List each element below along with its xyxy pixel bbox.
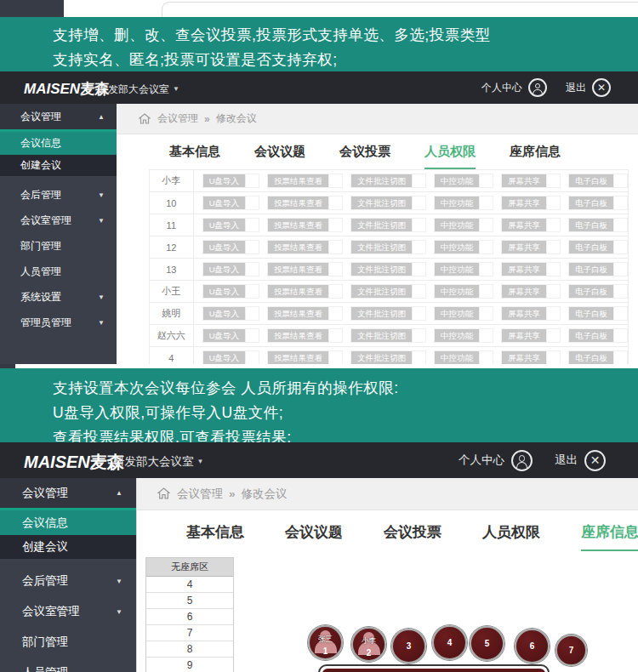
permission-button-vote-result-view[interactable]: 投票结果查看 bbox=[268, 241, 328, 253]
permission-checkbox-e-whiteboard[interactable] bbox=[613, 329, 627, 342]
sidebar-item-create-meeting[interactable]: 创建会议 bbox=[0, 535, 136, 559]
permission-button-screen-share[interactable]: 屏幕共享 bbox=[502, 263, 546, 276]
permission-button-e-whiteboard[interactable]: 电子白板 bbox=[569, 174, 613, 187]
tab-basic-info[interactable]: 基本信息 bbox=[169, 144, 220, 169]
permission-checkbox-vote-result-view[interactable] bbox=[328, 351, 342, 364]
permission-checkbox-usb-import[interactable] bbox=[245, 174, 259, 187]
permission-checkbox-e-whiteboard[interactable] bbox=[613, 263, 627, 276]
no-seat-row[interactable]: 9 bbox=[146, 658, 233, 672]
user-icon[interactable] bbox=[511, 450, 533, 471]
permission-button-central-control[interactable]: 中控功能 bbox=[435, 307, 479, 320]
permission-checkbox-vote-result-view[interactable] bbox=[328, 329, 342, 342]
permission-button-file-annotation-capture[interactable]: 文件批注切图 bbox=[351, 307, 412, 320]
permission-button-file-annotation-capture[interactable]: 文件批注切图 bbox=[351, 196, 412, 209]
permission-checkbox-screen-share[interactable] bbox=[546, 174, 560, 187]
seat-3[interactable]: 3 bbox=[391, 629, 426, 663]
permission-checkbox-central-control[interactable] bbox=[479, 241, 493, 253]
permission-button-usb-import[interactable]: U盘导入 bbox=[203, 219, 245, 231]
tab-personnel-permissions[interactable]: 人员权限 bbox=[482, 522, 540, 551]
permission-button-e-whiteboard[interactable]: 电子白板 bbox=[569, 307, 613, 320]
permission-button-usb-import[interactable]: U盘导入 bbox=[203, 263, 245, 276]
permission-button-central-control[interactable]: 中控功能 bbox=[435, 241, 479, 253]
permission-button-file-annotation-capture[interactable]: 文件批注切图 bbox=[351, 285, 412, 298]
permission-checkbox-e-whiteboard[interactable] bbox=[613, 219, 627, 231]
permission-button-usb-import[interactable]: U盘导入 bbox=[203, 196, 245, 209]
permission-checkbox-e-whiteboard[interactable] bbox=[613, 241, 627, 253]
profile-link[interactable]: 个人中心 bbox=[481, 81, 522, 95]
permission-checkbox-central-control[interactable] bbox=[479, 285, 493, 298]
permission-checkbox-vote-result-view[interactable] bbox=[328, 196, 342, 209]
permission-button-e-whiteboard[interactable]: 电子白板 bbox=[569, 241, 613, 253]
seat-7[interactable]: 7 bbox=[555, 635, 587, 666]
permission-checkbox-vote-result-view[interactable] bbox=[328, 263, 342, 276]
permission-button-screen-share[interactable]: 屏幕共享 bbox=[502, 285, 546, 298]
permission-checkbox-file-annotation-capture[interactable] bbox=[412, 307, 425, 320]
permission-checkbox-screen-share[interactable] bbox=[546, 285, 560, 298]
permission-checkbox-vote-result-view[interactable] bbox=[328, 241, 342, 253]
permission-button-central-control[interactable]: 中控功能 bbox=[435, 219, 479, 231]
permission-checkbox-usb-import[interactable] bbox=[245, 351, 259, 364]
tab-personnel-permissions[interactable]: 人员权限 bbox=[424, 144, 476, 169]
seat-4[interactable]: 4 bbox=[432, 625, 467, 660]
permission-checkbox-central-control[interactable] bbox=[479, 351, 493, 364]
permission-button-usb-import[interactable]: U盘导入 bbox=[203, 174, 245, 187]
permission-button-usb-import[interactable]: U盘导入 bbox=[203, 329, 245, 342]
permission-checkbox-screen-share[interactable] bbox=[546, 307, 560, 320]
permission-button-central-control[interactable]: 中控功能 bbox=[435, 196, 479, 209]
permission-checkbox-file-annotation-capture[interactable] bbox=[412, 196, 425, 209]
permission-checkbox-central-control[interactable] bbox=[479, 174, 493, 187]
home-icon[interactable] bbox=[139, 113, 151, 127]
permission-checkbox-usb-import[interactable] bbox=[245, 241, 259, 253]
permission-button-e-whiteboard[interactable]: 电子白板 bbox=[569, 329, 613, 342]
permission-checkbox-central-control[interactable] bbox=[479, 219, 493, 231]
sidebar-item-personnel-mgmt[interactable]: 人员管理 bbox=[0, 658, 136, 672]
sidebar-item-meeting-mgmt[interactable]: 会议管理▲ bbox=[0, 104, 117, 132]
permission-button-file-annotation-capture[interactable]: 文件批注切图 bbox=[351, 263, 412, 276]
tab-seating-info[interactable]: 座席信息 bbox=[581, 522, 638, 551]
permission-button-screen-share[interactable]: 屏幕共享 bbox=[502, 196, 546, 209]
seat-6[interactable]: 6 bbox=[515, 629, 550, 663]
logout-x-icon[interactable]: ✕ bbox=[584, 450, 606, 471]
no-seat-row[interactable]: 8 bbox=[146, 641, 233, 658]
sidebar-item-department-mgmt[interactable]: 部门管理 bbox=[0, 627, 136, 658]
sidebar-item-create-meeting[interactable]: 创建会议 bbox=[0, 155, 117, 176]
permission-button-usb-import[interactable]: U盘导入 bbox=[203, 351, 245, 364]
permission-checkbox-vote-result-view[interactable] bbox=[328, 219, 342, 231]
sidebar-item-meeting-room-mgmt[interactable]: 会议室管理▼ bbox=[0, 596, 136, 627]
tab-meeting-topics[interactable]: 会议议题 bbox=[254, 144, 305, 169]
seat-1[interactable]: 张三1 bbox=[308, 625, 343, 660]
sidebar-item-post-meeting-mgmt[interactable]: 会后管理▼ bbox=[0, 566, 136, 596]
permission-checkbox-e-whiteboard[interactable] bbox=[613, 307, 627, 320]
room-selector[interactable]: 研发部大会议室▼ bbox=[113, 454, 203, 470]
home-icon[interactable] bbox=[157, 487, 170, 502]
logout-link[interactable]: 退出 bbox=[566, 81, 586, 95]
permission-checkbox-usb-import[interactable] bbox=[245, 219, 259, 231]
permission-button-central-control[interactable]: 中控功能 bbox=[435, 351, 479, 364]
permission-button-vote-result-view[interactable]: 投票结果查看 bbox=[268, 263, 328, 276]
seat-5[interactable]: 5 bbox=[470, 626, 504, 661]
no-seat-row[interactable]: 5 bbox=[146, 593, 233, 609]
permission-checkbox-screen-share[interactable] bbox=[546, 241, 560, 253]
permission-checkbox-vote-result-view[interactable] bbox=[328, 307, 342, 320]
permission-button-file-annotation-capture[interactable]: 文件批注切图 bbox=[351, 241, 412, 253]
profile-link[interactable]: 个人中心 bbox=[459, 453, 504, 468]
permission-checkbox-file-annotation-capture[interactable] bbox=[412, 285, 425, 298]
permission-checkbox-e-whiteboard[interactable] bbox=[613, 196, 627, 209]
logout-link[interactable]: 退出 bbox=[555, 453, 578, 468]
sidebar-item-admin-mgmt[interactable]: 管理员管理▼ bbox=[0, 310, 117, 335]
permission-checkbox-file-annotation-capture[interactable] bbox=[412, 174, 425, 187]
permission-checkbox-screen-share[interactable] bbox=[546, 329, 560, 342]
permission-button-vote-result-view[interactable]: 投票结果查看 bbox=[268, 351, 328, 364]
sidebar-item-department-mgmt[interactable]: 部门管理 bbox=[0, 233, 117, 259]
permission-checkbox-e-whiteboard[interactable] bbox=[613, 174, 627, 187]
permission-checkbox-usb-import[interactable] bbox=[245, 196, 259, 209]
permission-button-usb-import[interactable]: U盘导入 bbox=[203, 285, 245, 298]
permission-button-e-whiteboard[interactable]: 电子白板 bbox=[569, 263, 613, 276]
permission-button-central-control[interactable]: 中控功能 bbox=[435, 174, 479, 187]
permission-checkbox-screen-share[interactable] bbox=[546, 263, 560, 276]
sidebar-item-post-meeting-mgmt[interactable]: 会后管理▼ bbox=[0, 182, 117, 208]
permission-button-central-control[interactable]: 中控功能 bbox=[435, 263, 479, 276]
permission-checkbox-central-control[interactable] bbox=[479, 329, 493, 342]
permission-checkbox-vote-result-view[interactable] bbox=[328, 174, 342, 187]
tab-seating-info[interactable]: 座席信息 bbox=[510, 144, 561, 169]
